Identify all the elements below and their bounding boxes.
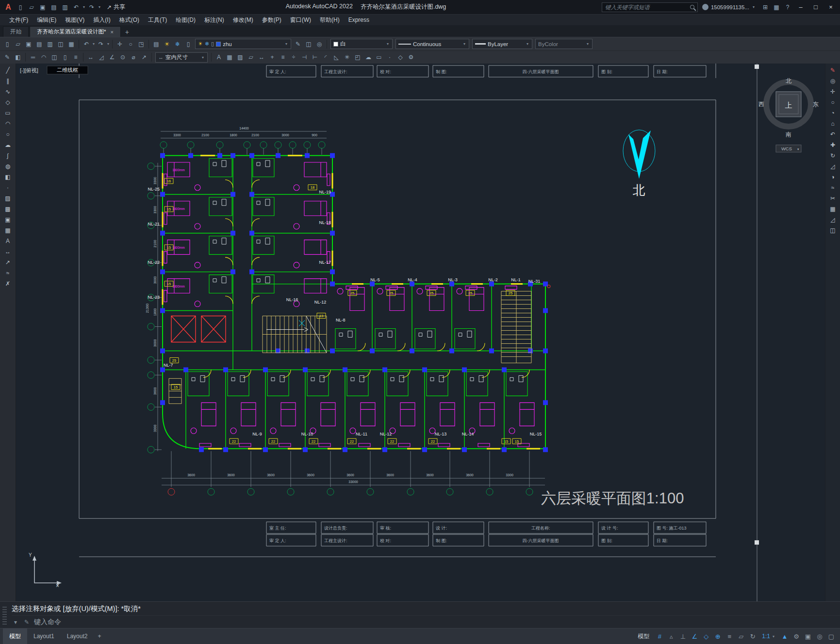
polygon-tool-icon[interactable]: ◇	[2, 97, 13, 107]
osnap-toggle-icon[interactable]: ◇	[701, 631, 711, 642]
construction-line-tool-icon[interactable]: ∥	[2, 76, 13, 86]
revcloud-icon[interactable]: ☁	[363, 52, 374, 62]
grid-toggle-icon[interactable]: #	[654, 631, 665, 642]
selection-cycling-toggle-icon[interactable]: ↻	[747, 631, 758, 642]
layer-on-icon[interactable]: ☀	[162, 39, 172, 49]
layout-tab-model[interactable]: 模型	[3, 628, 27, 644]
drawing-canvas[interactable]: 审 定 人: 工程主设计: 校 对: 制 图: 四-六层采暖平面图 图 别: 日…	[16, 64, 825, 601]
multiline-text-tool-icon[interactable]: A	[2, 236, 13, 246]
fillet-icon[interactable]: ◜	[320, 52, 331, 62]
qsave-icon[interactable]: ▣	[23, 39, 34, 49]
annotation-scale[interactable]: 1:1 ▾	[758, 633, 779, 640]
plot-icon[interactable]: ▥	[45, 39, 55, 49]
dimstyle-dropdown-caret-icon[interactable]: ▾	[201, 55, 205, 60]
app-store-icon[interactable]: ⊞	[760, 2, 771, 12]
viewcube-north[interactable]: 北	[786, 78, 791, 84]
door-tool-icon[interactable]: ◠	[38, 52, 49, 62]
viewport-boundary[interactable]	[755, 64, 759, 601]
zoom-realtime-icon[interactable]: ○	[125, 39, 136, 49]
zoom-icon[interactable]: ○	[827, 97, 838, 107]
id-point-icon[interactable]: +	[267, 52, 278, 62]
mirror-icon[interactable]: ◑	[827, 172, 838, 182]
undo-caret-icon[interactable]: ▾	[82, 5, 86, 9]
layer-properties-icon[interactable]: ▤	[151, 39, 162, 49]
save-icon[interactable]: ▣	[37, 2, 48, 12]
trim-icon[interactable]: ✂	[827, 193, 838, 203]
command-suggest-icon[interactable]: ▾	[12, 617, 19, 627]
make-object-layer-current-icon[interactable]: ✎	[293, 39, 303, 49]
ellipse-tool-icon[interactable]: ◍	[2, 161, 13, 171]
table-icon[interactable]: ▦	[224, 52, 235, 62]
array-icon[interactable]: ▦	[827, 204, 838, 214]
menu-tools[interactable]: 工具(T)	[144, 15, 171, 26]
isolate-objects-icon[interactable]: ◎	[814, 631, 825, 642]
layer-lock-icon[interactable]: ▯	[211, 41, 214, 47]
layer-isolate-icon[interactable]: ◎	[314, 39, 325, 49]
point-style-icon[interactable]: ·	[384, 52, 395, 62]
undo-icon[interactable]: ↶	[81, 39, 92, 49]
share-button[interactable]: ↗共享	[102, 3, 130, 11]
layer-freeze-icon[interactable]: ❄	[172, 39, 183, 49]
save-as-icon[interactable]: ▤	[49, 2, 59, 12]
menu-window[interactable]: 窗口(W)	[286, 15, 315, 26]
tab-close-icon[interactable]: ×	[110, 29, 113, 35]
window-maximize-button[interactable]: □	[808, 0, 823, 14]
wcs-label[interactable]: WCS	[781, 146, 792, 151]
arc-tool-icon[interactable]: ◠	[2, 118, 13, 129]
lineweight-dropdown-caret-icon[interactable]: ▾	[526, 42, 529, 46]
new-file-icon[interactable]: ▯	[15, 2, 26, 12]
ortho-toggle-icon[interactable]: ⊥	[677, 631, 688, 642]
redo-caret-icon[interactable]: ▾	[106, 42, 110, 46]
hatch-tool-icon[interactable]: ▨	[2, 193, 13, 203]
viewport-grip[interactable]	[755, 540, 759, 545]
mtext-icon[interactable]: A	[214, 52, 224, 62]
color-dropdown[interactable]: 白 ▾	[330, 39, 393, 49]
column-tool-icon[interactable]: ▯	[60, 52, 70, 62]
match-properties-icon[interactable]: ✎	[2, 52, 13, 62]
window-tool-icon[interactable]: ◫	[49, 52, 60, 62]
layer-visibility-icon[interactable]: ☀	[198, 41, 203, 47]
measure-icon[interactable]: ◿	[827, 214, 838, 225]
viewcube-west[interactable]: 西	[758, 101, 764, 108]
help-icon[interactable]: ?	[782, 2, 793, 12]
qnew-icon[interactable]: ▯	[2, 39, 13, 49]
open-file-icon[interactable]: ▱	[26, 2, 37, 12]
section-icon[interactable]: ◫	[827, 225, 838, 235]
viewport-controls[interactable]: [-][俯视] 二维线框	[20, 66, 88, 74]
plot-icon[interactable]: ▥	[60, 2, 70, 12]
command-input-line[interactable]: ▾ ✎ 键入命令	[12, 615, 840, 628]
lineweight-toggle-icon[interactable]: ≡	[724, 631, 735, 642]
move-icon[interactable]: ✚	[827, 140, 838, 150]
color-dropdown-caret-icon[interactable]: ▾	[386, 42, 390, 46]
table-tool-icon[interactable]: ▦	[2, 225, 13, 235]
rotate-icon[interactable]: ↻	[827, 150, 838, 161]
rectangle-tool-icon[interactable]: ▭	[2, 108, 13, 118]
dim-radius-icon[interactable]: ⊙	[117, 52, 128, 62]
options-gear-icon[interactable]: ⚙	[406, 52, 416, 62]
distance-icon[interactable]: ↔	[256, 52, 267, 62]
circle-tool-icon[interactable]: ○	[2, 129, 13, 139]
pan-icon[interactable]: ✛	[115, 39, 125, 49]
undo-icon[interactable]: ↶	[71, 2, 82, 12]
new-layout-button[interactable]: +	[94, 628, 105, 644]
tab-start[interactable]: 开始	[3, 26, 29, 37]
insert-block-tool-icon[interactable]: ◧	[2, 172, 13, 182]
workspace-gear-icon[interactable]: ⚙	[791, 631, 802, 642]
annotation-visibility-icon[interactable]: ▲	[779, 631, 790, 642]
command-line-grip[interactable]	[2, 605, 7, 625]
tab-document[interactable]: 齐齐哈尔某酒店采暖设计图* ×	[30, 26, 121, 37]
menu-format[interactable]: 格式(O)	[115, 15, 144, 26]
linetype-dropdown-caret-icon[interactable]: ▾	[462, 42, 466, 46]
linetype-dropdown[interactable]: Continuous ▾	[395, 39, 469, 49]
viewcube[interactable]: 上 北 西 东 南 WCS ▾	[758, 78, 819, 152]
annotation-monitor-icon[interactable]: ▣	[803, 631, 813, 642]
menu-view[interactable]: 视图(V)	[61, 15, 89, 26]
menu-dimension[interactable]: 标注(N)	[200, 15, 229, 26]
menu-modify[interactable]: 修改(M)	[229, 15, 258, 26]
snap-toggle-icon[interactable]: ▵	[666, 631, 676, 642]
stair-tool-icon[interactable]: ≡	[70, 52, 81, 62]
dim-angular-icon[interactable]: ∠	[107, 52, 117, 62]
layer-lock-icon[interactable]: ▯	[183, 39, 194, 49]
viewcube-south[interactable]: 南	[786, 131, 791, 138]
line-tool-icon[interactable]: ╱	[2, 65, 13, 75]
